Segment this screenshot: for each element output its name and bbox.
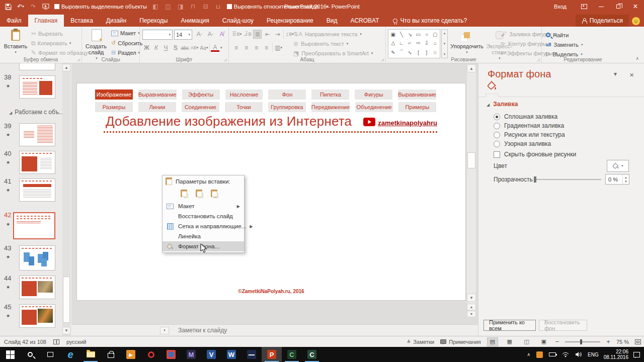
thumbnail-scroll-down-icon[interactable]: ▼ [62, 327, 70, 334]
collapse-ribbon-button[interactable]: ∧ [635, 56, 639, 61]
align-left-button[interactable]: ≡ [232, 43, 240, 52]
sign-in-button[interactable]: Вход [545, 4, 576, 10]
maxthon-icon[interactable]: M [181, 347, 201, 362]
text-shadow-button[interactable]: S [171, 43, 180, 52]
radio-solid-fill[interactable]: Сплошная заливка [494, 113, 557, 120]
slide-thumbnail-partial[interactable] [19, 63, 55, 70]
replace-button[interactable]: abЗаменить▾ [546, 40, 583, 49]
file-explorer-icon[interactable] [80, 347, 101, 362]
character-spacing-button[interactable]: АВ▾ [190, 43, 199, 52]
align-relative-slide-checkbox[interactable]: Выровнять относительно слайда [227, 4, 319, 10]
save-app-icon[interactable] [161, 347, 181, 362]
language-indicator[interactable]: русский [66, 339, 86, 345]
clipboard-dialog-launcher[interactable]: ◿ [77, 58, 80, 62]
tab-transitions[interactable]: Переходы [133, 15, 174, 27]
slide-thumbnail-44[interactable] [19, 276, 55, 299]
slideshow-view-icon[interactable]: ▣ [538, 337, 549, 346]
scroll-down-icon[interactable]: ▼ [467, 294, 476, 302]
tray-app-icon[interactable] [535, 351, 543, 358]
slide-button[interactable]: Примеры [398, 102, 436, 112]
slide-button[interactable]: Фигуры [355, 89, 392, 100]
reset-button[interactable]: ↺Сбросить [111, 40, 142, 46]
previous-slide-button[interactable]: ▲ [467, 304, 476, 310]
section-header[interactable]: Работаем с объ... [9, 109, 64, 116]
comments-toggle[interactable]: Примечания [440, 339, 481, 345]
increase-indent-button[interactable]: ⇥ [273, 30, 282, 39]
slide-thumbnail-41[interactable] [19, 178, 55, 202]
tab-acrobat[interactable]: ACROBAT [344, 15, 385, 27]
paste-use-theme-icon[interactable]: a [178, 188, 190, 199]
zoom-in-icon[interactable]: + [606, 338, 610, 345]
slide-thumbnail-39[interactable] [19, 123, 55, 146]
drawing-dialog-launcher[interactable]: ◿ [537, 58, 540, 62]
close-button[interactable]: × [627, 0, 644, 13]
slide-sorter-view-icon[interactable]: ▦ [504, 337, 515, 346]
menu-item-grid-guides[interactable]: Сетка и направляющие...▶ [163, 221, 244, 231]
language-indicator[interactable]: ENG [588, 352, 599, 357]
canvas-scrollbar[interactable] [467, 64, 476, 316]
underline-button[interactable]: Ч [162, 43, 170, 52]
battery-icon[interactable] [548, 351, 556, 358]
task-view-button[interactable] [40, 347, 60, 362]
slide-button[interactable]: Группировка [268, 102, 306, 112]
edge-icon[interactable]: e [60, 347, 80, 362]
slide-button[interactable]: Выравнивание [398, 89, 436, 100]
menu-item-ruler[interactable]: Линейка [163, 231, 244, 241]
menu-item-layout[interactable]: Макет▶ [163, 201, 244, 211]
canvas-scrollbar-thumb[interactable] [467, 152, 475, 168]
start-button[interactable] [0, 347, 20, 362]
slider-thumb[interactable] [534, 176, 536, 183]
slide-thumbnail-40[interactable] [19, 151, 55, 174]
font-dialog-launcher[interactable]: ◿ [224, 58, 227, 62]
notes-toggle[interactable]: ≜Заметки [407, 339, 435, 345]
tab-design[interactable]: Дизайн [100, 15, 133, 27]
start-slideshow-icon[interactable] [42, 3, 50, 11]
thumbnail-scrollbar-thumb[interactable] [63, 277, 70, 323]
slide-button[interactable]: Линии [138, 102, 176, 112]
opera-icon[interactable] [141, 347, 161, 362]
checkbox[interactable] [227, 4, 232, 9]
line-spacing-button[interactable]: ↕≡▾ [285, 30, 294, 39]
find-button[interactable]: Найти [546, 30, 569, 40]
shrink-font-button[interactable]: А˅ [206, 30, 215, 39]
slide-button[interactable]: Наслоение [225, 89, 263, 100]
shapes-gallery[interactable]: ▣╲↘▭○▢ △∟⌐⇨⇩⌂ ✎⌒∿{}☆ [388, 29, 440, 58]
align-right-button[interactable]: ≡ [252, 43, 261, 52]
slide-button[interactable]: Передвижение [311, 102, 350, 112]
zoom-out-icon[interactable]: − [555, 338, 559, 345]
tell-me-box[interactable]: Что вы хотите сделать? [386, 15, 474, 27]
arrange-button[interactable]: Упорядочить▾ [450, 29, 484, 55]
spinner-arrows[interactable]: ▲▼ [622, 174, 629, 184]
slide-button[interactable]: Точки [225, 102, 263, 112]
pane-options-icon[interactable]: ▾ [614, 70, 617, 77]
paste-picture-icon[interactable]: ▦ [208, 188, 220, 199]
list-pressed-button[interactable]: ≣ [253, 30, 262, 39]
camtasia-icon[interactable]: C [282, 347, 302, 362]
clock[interactable]: 22:06 08.11.2016 [604, 349, 628, 360]
slide-canvas[interactable]: Изображение Выравнивание Эффекты Наслоен… [76, 83, 466, 301]
tab-view[interactable]: Вид [320, 15, 344, 27]
powerpoint-icon[interactable]: P [262, 347, 282, 362]
tab-review[interactable]: Рецензирование [260, 15, 320, 27]
zoom-slider[interactable] [565, 341, 600, 342]
slide-button[interactable]: Объединение [355, 102, 393, 112]
tray-expand-icon[interactable]: ∧ [527, 352, 530, 357]
font-name-combo[interactable]: ▾ [142, 30, 173, 40]
spell-check-icon[interactable]: × [53, 339, 59, 344]
customize-qat-icon[interactable]: ▾ [324, 3, 332, 11]
radio-gradient-fill[interactable]: Градиентная заливка [494, 122, 564, 129]
save-icon[interactable] [4, 3, 12, 11]
wifi-icon[interactable] [561, 351, 570, 358]
notes-collapse-icon[interactable]: ▾ [160, 327, 169, 334]
change-case-button[interactable]: Аа▾ [200, 43, 208, 52]
slide-button[interactable]: Эффекты [182, 89, 220, 100]
notes-placeholder[interactable]: Заметки к слайду [178, 327, 227, 334]
italic-button[interactable]: К [152, 43, 160, 52]
paragraph-dialog-launcher[interactable]: ◿ [381, 58, 384, 62]
next-slide-button[interactable]: ▼ [467, 311, 476, 317]
tab-animations[interactable]: Анимация [174, 15, 215, 27]
normal-view-icon[interactable]: ▤ [487, 337, 498, 346]
transparency-slider[interactable] [535, 179, 601, 180]
strikethrough-button[interactable]: abc [181, 43, 189, 52]
tab-insert[interactable]: Вставка [64, 15, 100, 27]
